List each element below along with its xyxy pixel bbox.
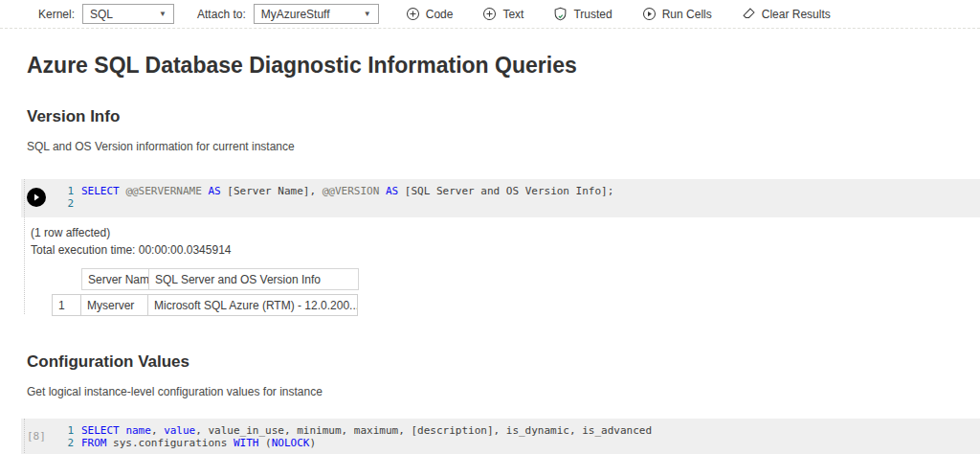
play-circle-icon <box>642 7 662 21</box>
cell-output: (1 row affected) Total execution time: 0… <box>21 217 980 316</box>
line-number: 1 <box>59 424 74 437</box>
play-icon <box>32 193 41 202</box>
line-number: 2 <box>59 197 74 210</box>
notebook-title: Azure SQL Database Diagnostic Informatio… <box>27 53 980 79</box>
chevron-down-icon: ▼ <box>159 10 167 18</box>
add-text-button[interactable]: Text <box>482 7 523 21</box>
cell-gutter <box>21 185 59 210</box>
code-lines: 1 SELECT name, value, value_in_use, mini… <box>59 424 980 449</box>
execution-count-badge: [8] <box>27 430 46 443</box>
row-number-cell[interactable]: 1 <box>52 294 81 316</box>
kernel-label: Kernel: <box>38 8 75 21</box>
run-cells-button[interactable]: Run Cells <box>642 7 712 21</box>
results-grid: Server Name SQL Server and OS Version In… <box>52 268 980 316</box>
add-code-button[interactable]: Code <box>406 7 454 21</box>
section-description: SQL and OS Version information for curre… <box>27 140 980 153</box>
shield-check-icon <box>553 7 573 21</box>
code-lines: 1 SELECT @@SERVERNAME AS [Server Name], … <box>59 185 980 210</box>
code-text: SELECT @@SERVERNAME AS [Server Name], @@… <box>81 185 613 197</box>
column-header-version-info[interactable]: SQL Server and OS Version Info <box>148 268 359 290</box>
rows-affected-message: (1 row affected) <box>31 224 980 241</box>
eraser-icon <box>742 7 762 21</box>
corner-header-cell <box>52 268 81 290</box>
clear-results-button[interactable]: Clear Results <box>742 7 831 21</box>
kernel-dropdown[interactable]: SQL ▼ <box>82 4 174 24</box>
cell-gutter: [8] <box>21 424 59 449</box>
chevron-down-icon: ▼ <box>364 10 371 18</box>
execution-time-message: Total execution time: 00:00:00.0345914 <box>31 241 980 259</box>
notebook-toolbar: Kernel: SQL ▼ Attach to: MyAzureStuff ▼ … <box>0 0 980 29</box>
line-number: 1 <box>59 185 74 197</box>
attach-to-label: Attach to: <box>197 8 246 21</box>
code-text: FROM sys.configurations WITH (NOLOCK) <box>81 437 316 449</box>
code-cell-version-info: 1 SELECT @@SERVERNAME AS [Server Name], … <box>21 179 980 316</box>
code-line: 2 <box>59 197 980 210</box>
code-editor[interactable]: [8] 1 SELECT name, value, value_in_use, … <box>21 419 980 454</box>
line-number: 2 <box>59 437 74 449</box>
results-header-row: Server Name SQL Server and OS Version In… <box>52 268 980 290</box>
code-line: 1 SELECT @@SERVERNAME AS [Server Name], … <box>59 185 980 197</box>
column-header-server-name[interactable]: Server Name <box>81 268 149 290</box>
trusted-button[interactable]: Trusted <box>553 7 612 21</box>
server-name-cell[interactable]: Myserver <box>80 294 148 316</box>
code-editor[interactable]: 1 SELECT @@SERVERNAME AS [Server Name], … <box>21 179 980 217</box>
code-line: 1 SELECT name, value, value_in_use, mini… <box>59 424 980 437</box>
code-line: 2 FROM sys.configurations WITH (NOLOCK) <box>59 437 980 449</box>
results-data-row: 1 Myserver Microsoft SQL Azure (RTM) - 1… <box>52 294 980 316</box>
code-text: SELECT name, value, value_in_use, minimu… <box>81 424 652 437</box>
add-circle-icon <box>406 7 426 21</box>
attach-to-dropdown[interactable]: MyAzureStuff ▼ <box>254 4 379 24</box>
kernel-value: SQL <box>90 8 113 21</box>
run-cell-button[interactable] <box>27 188 46 207</box>
section-heading-version-info: Version Info <box>27 107 980 126</box>
section-description: Get logical instance-level configuration… <box>27 385 980 398</box>
version-info-cell[interactable]: Microsoft SQL Azure (RTM) - 12.0.200... <box>147 294 358 316</box>
code-cell-configuration-values: [8] 1 SELECT name, value, value_in_use, … <box>21 419 980 454</box>
attach-to-value: MyAzureStuff <box>261 8 330 21</box>
section-heading-configuration-values: Configuration Values <box>27 352 980 372</box>
add-circle-icon <box>482 7 502 21</box>
